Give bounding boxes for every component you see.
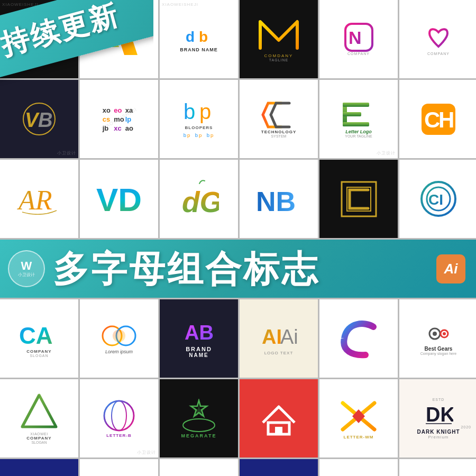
svg-point-41 — [433, 332, 437, 336]
letter-b-label: LETTER-B — [106, 433, 132, 438]
year-label: 2020 — [461, 425, 471, 429]
slogan-1: SLOGAN — [30, 354, 48, 358]
cell-bloopers: b p BLOOPERS bp bp bp — [160, 80, 238, 158]
technology-label: TECHNOLOGY — [261, 130, 296, 134]
cell-house-red — [240, 379, 318, 457]
company-label-2: COMPANY — [427, 52, 450, 56]
cell-nb: NB — [240, 160, 318, 238]
cell-c-gradient — [319, 299, 398, 378]
cell-n-pink: N COMPANY — [319, 0, 398, 78]
cell-88: COMPANY NAME TAG LINE HERE — [80, 459, 158, 476]
svg-text:b: b — [207, 132, 209, 138]
tagline-label: TAGLINE — [269, 58, 288, 62]
cell-jo-blue: JO COMPANY YOUR TAGLINE — [0, 459, 78, 476]
watermark5: 小卫设计 — [377, 150, 396, 156]
cell-x-wm: LETTER-WM — [319, 379, 398, 457]
svg-text:V: V — [25, 109, 40, 131]
brand-label: BRAND — [186, 346, 212, 352]
svg-marker-44 — [22, 395, 56, 427]
cell-db-brand: d b BRAND NAME XIAOWEISHEJI — [160, 0, 238, 78]
banner-w-letter: W — [21, 260, 32, 272]
svg-text:b: b — [184, 100, 195, 123]
watermark3: 小卫设计 — [57, 150, 76, 156]
cell-logo-text-pale: AI Ai LOGO TEXT — [240, 299, 318, 378]
system-label: SYSTEM — [271, 134, 287, 138]
svg-rect-18 — [343, 103, 369, 107]
banner-xwsj: 小卫设计 — [18, 272, 35, 278]
watermark-xwsj: XIAOWEISHEJI — [2, 2, 39, 7]
svg-text:b: b — [184, 132, 186, 138]
svg-text:DK: DK — [426, 404, 453, 425]
cell-brand-name-dark: AB BRAND NAME — [160, 299, 238, 378]
cell-lorem-circles: Lorem ipsum — [80, 299, 158, 378]
svg-text:N: N — [349, 28, 362, 48]
cell-gg-fruit: dG — [160, 160, 238, 238]
svg-text:AB: AB — [185, 322, 214, 344]
svg-text:b: b — [199, 29, 208, 45]
cell-lorem-ipsum-navy: LI LOREM IPSUM SLOGAN HERE — [240, 459, 318, 476]
cell-w-pink: COMPANY — [399, 0, 476, 78]
slogan-2: SLOGAN — [31, 441, 47, 444]
svg-text:p: p — [210, 132, 213, 138]
svg-text:B: B — [38, 109, 52, 131]
svg-text:p: p — [199, 100, 211, 123]
company-slogan-here: Company slogan here — [420, 352, 457, 355]
cell-vd: VD — [80, 160, 158, 238]
cell-cc-tech: TECHNOLOGY SYSTEM — [240, 80, 318, 158]
main-banner: W 小卫设计 多字母组合标志 Ai — [0, 240, 476, 298]
logo-text-label: LOGO TEXT — [264, 351, 294, 355]
name-label: NAME — [189, 352, 208, 358]
letter-logo-label: Letter Logo — [345, 129, 372, 134]
svg-text:C: C — [424, 107, 440, 132]
cell-a-triangle: XIAOWEI COMPANY SLOGAN — [0, 379, 78, 457]
company-label-1: COMPANY — [347, 52, 370, 56]
cell-gold-m: COMDANY TAGLINE — [240, 0, 318, 78]
cell-c-gold-black — [319, 160, 398, 238]
comdany-label: COMDANY — [264, 53, 294, 58]
cell-megarate: MEGARATE — [160, 379, 238, 457]
cell-ar: AR — [0, 160, 78, 238]
cell-ci-teal: CI — [399, 160, 476, 238]
cell-best-gears: Best Gears Company slogan here — [399, 299, 476, 378]
svg-text:dG: dG — [182, 186, 219, 218]
svg-text:p: p — [187, 132, 190, 138]
best-gears-label: Best Gears — [425, 346, 453, 352]
cell-vb-dark: V B 小卫设计 — [0, 80, 78, 158]
dark-knight-label: DARK KNIGHT — [417, 429, 460, 435]
megarate-label: MEGARATE — [181, 433, 217, 438]
svg-rect-20 — [343, 122, 369, 126]
svg-text:CA: CA — [19, 323, 53, 349]
svg-text:NB: NB — [256, 186, 296, 216]
svg-point-54 — [183, 419, 215, 432]
cell-m-ribbon: COMPANY NAME TAGLINE GOES HERE — [399, 459, 476, 476]
svg-text:VD: VD — [96, 181, 142, 217]
svg-text:AR: AR — [17, 185, 52, 215]
svg-text:AI: AI — [262, 326, 282, 348]
cell-letter-logo: Letter Logo YOUR TAGLINE 小卫设计 — [319, 80, 398, 158]
cell-dark-knight: ESTD DK 2020 DARK KNIGHT Premium — [399, 379, 476, 457]
premium-label: Premium — [428, 435, 448, 440]
cell-letter-b-globe: LETTER-B 小卫设计 — [80, 379, 158, 457]
watermark6: 小卫设计 — [137, 450, 156, 455]
svg-text:b: b — [195, 132, 198, 138]
cell-pv-triangle: PV — [160, 459, 238, 476]
bloopers-label: BLOOPERS — [185, 125, 213, 130]
cell-vr — [80, 0, 158, 78]
svg-point-36 — [113, 329, 125, 342]
svg-marker-1 — [114, 23, 138, 55]
brand-name-label: BRAND NAME — [180, 47, 218, 52]
cell-ca-company: CA COMPANY SLOGAN — [0, 299, 78, 378]
estd-label: ESTD — [433, 398, 445, 401]
svg-text:H: H — [438, 107, 454, 132]
your-tagline: YOUR TAGLINE — [345, 134, 372, 138]
cell-ch-orange: C H — [399, 80, 476, 158]
svg-text:d: d — [186, 29, 195, 45]
cell-mw: MWL... XIAOWEISHEJI — [0, 0, 78, 78]
svg-text:Ai: Ai — [280, 326, 297, 348]
xiaoweisheji-label: XIAOWEI — [30, 432, 48, 436]
watermark2: XIAOWEISHEJI — [162, 2, 198, 7]
ai-badge: Ai — [436, 254, 465, 283]
company-slogan-2: COMPANY — [26, 436, 51, 441]
svg-point-43 — [443, 332, 446, 335]
svg-text:CI: CI — [428, 191, 443, 208]
